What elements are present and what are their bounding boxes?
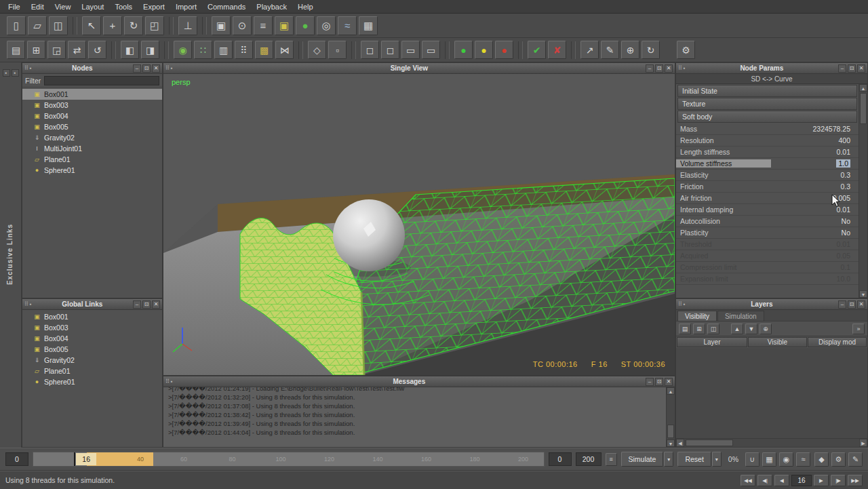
knife-tool-icon[interactable]: ✎ — [601, 41, 619, 59]
scroll-up-icon[interactable]: ▲ — [667, 387, 675, 395]
float-button[interactable]: ⊡ — [848, 64, 856, 73]
close-button[interactable]: ✕ — [857, 64, 865, 73]
tree-item-box003[interactable]: ▣Box003 — [22, 100, 162, 111]
open-scene-icon[interactable]: ▱ — [28, 16, 47, 35]
layer-duplicate-icon[interactable]: ◫ — [707, 324, 719, 334]
scrollbar-thumb[interactable] — [686, 439, 733, 446]
menu-item-help[interactable]: Help — [292, 1, 319, 12]
column-header-visible[interactable]: Visible — [748, 337, 807, 347]
layer-add-icon[interactable]: ⊞ — [693, 324, 705, 334]
param-value[interactable]: 1.0 — [771, 159, 859, 168]
close-button[interactable]: ✕ — [152, 300, 160, 309]
add-panel-icon[interactable]: ⊞ — [27, 41, 45, 59]
move-tool-icon[interactable]: + — [103, 16, 122, 35]
param-value[interactable]: 0.05 — [771, 252, 859, 260]
menu-item-tools[interactable]: Tools — [109, 1, 138, 12]
viewport-canvas[interactable]: persp TC 00:00:16 F 16 ST 00:00:36 — [163, 74, 675, 375]
tree-item-sphere01[interactable]: ●Sphere01 — [22, 165, 162, 176]
package-icon[interactable]: ▩ — [255, 41, 273, 59]
param-value[interactable]: 0.1 — [771, 263, 859, 271]
target-icon[interactable]: ◇ — [308, 41, 326, 59]
close-button[interactable]: ✕ — [665, 64, 673, 73]
reset-options-icon[interactable]: ▾ — [712, 452, 722, 467]
param-row-mass[interactable]: Mass2324578.25 — [676, 123, 859, 135]
dock-grip-icon[interactable]: ⠿ — [24, 301, 28, 307]
range-start-field[interactable]: 0 — [549, 452, 572, 466]
param-row-acquired[interactable]: Acquired0.05 — [676, 250, 859, 262]
messages-scrollbar[interactable]: ▲ ▼ — [666, 387, 675, 447]
param-row-volume-stiffness[interactable]: Volume stiffness1.0 — [676, 158, 859, 170]
tree-item-box005[interactable]: ▣Box005 — [22, 121, 162, 132]
network-icon[interactable]: ⊕ — [621, 41, 639, 59]
reset-button[interactable]: Reset — [677, 452, 711, 467]
dock-grip-icon[interactable]: ⠿ — [678, 65, 682, 71]
tree-item-gravity02[interactable]: ⇓Gravity02 — [22, 132, 162, 143]
preview-eye-icon[interactable]: ◉ — [779, 452, 793, 467]
dots-grid-icon[interactable]: ⠿ — [235, 41, 253, 59]
menu-item-export[interactable]: Export — [138, 1, 170, 12]
simulate-options-icon[interactable]: ▾ — [664, 452, 673, 467]
dock-handle-icon[interactable]: ▪ — [12, 69, 19, 77]
go-first-button[interactable]: ◀◀ — [741, 475, 755, 486]
graph-editor-icon[interactable]: ◉ — [174, 41, 192, 59]
menu-item-edit[interactable]: Edit — [26, 1, 50, 12]
wrench-icon[interactable]: ⚙ — [831, 452, 846, 467]
param-value-editbox[interactable]: 1.0 — [836, 159, 850, 168]
cube-right-icon[interactable]: ◨ — [141, 41, 159, 59]
param-value[interactable]: 0.005 — [771, 194, 859, 202]
minimize-button[interactable]: – — [838, 64, 846, 73]
hourglass-icon[interactable]: ⋈ — [275, 41, 294, 59]
layers-table-body[interactable] — [676, 348, 867, 438]
dock-tab-icon[interactable]: ▪ — [684, 65, 686, 71]
simulate-button[interactable]: Simulate — [621, 452, 664, 467]
dock-grip-icon[interactable]: ⠿ — [24, 65, 28, 71]
panel-title-bar[interactable]: ⠿▪Nodes–⊡✕ — [22, 63, 162, 74]
param-value[interactable]: 0.01 — [771, 148, 859, 156]
new-scene-icon[interactable]: ▯ — [7, 16, 26, 35]
cube-left-icon[interactable]: ◧ — [121, 41, 139, 59]
tree-item-box004[interactable]: ▣Box004 — [22, 333, 162, 344]
sim-pause-light-icon[interactable]: ● — [475, 41, 493, 59]
minimize-button[interactable]: – — [133, 300, 141, 309]
param-row-length-stiffness[interactable]: Length stiffness0.01 — [676, 146, 859, 158]
pencil-tool-icon[interactable]: ✎ — [848, 452, 863, 467]
timeline-start-field[interactable]: 0 — [5, 452, 28, 466]
param-row-elasticity[interactable]: Elasticity0.3 — [676, 170, 859, 181]
wire-cube4-icon[interactable]: ▭ — [422, 41, 440, 59]
dock-tab-icon[interactable]: ▪ — [30, 301, 32, 307]
rotate-tool-icon[interactable]: ↻ — [124, 16, 143, 35]
chain-links-icon[interactable]: ∷ — [194, 41, 212, 59]
edit-panel-icon[interactable]: ◲ — [47, 41, 66, 59]
param-row-expansion-limit[interactable]: Expansion limit10.0 — [676, 273, 859, 285]
menu-item-commands[interactable]: Commands — [202, 1, 251, 12]
bars-icon[interactable]: ▥ — [214, 41, 233, 59]
menu-item-import[interactable]: Import — [170, 1, 202, 12]
scroll-down-icon[interactable]: ▼ — [667, 439, 675, 447]
sync-icon[interactable]: ↻ — [642, 41, 660, 59]
param-row-compression-limit[interactable]: Compression limit0.1 — [676, 262, 859, 273]
layer-down-icon[interactable]: ▼ — [745, 324, 757, 334]
layers-scrollbar[interactable]: ◀ ▶ — [676, 438, 867, 447]
range-options-icon[interactable]: ≡ — [606, 453, 617, 466]
tab-simulation[interactable]: Simulation — [717, 311, 764, 321]
playhead[interactable] — [74, 452, 75, 466]
dock-tab-icon[interactable]: ▪ — [684, 301, 686, 307]
range-end-field[interactable]: 200 — [576, 452, 601, 466]
scroll-up-icon[interactable]: ▲ — [859, 84, 867, 92]
sim-ready-light-icon[interactable]: ● — [454, 41, 473, 59]
close-button[interactable]: ✕ — [665, 378, 673, 386]
camera-node-icon[interactable]: ◎ — [317, 16, 336, 35]
tree-item-gravity02[interactable]: ⇓Gravity02 — [22, 355, 162, 366]
reset-layout-icon[interactable]: ↺ — [88, 41, 106, 59]
save-scene-icon[interactable]: ◫ — [49, 16, 68, 35]
scale-tool-icon[interactable]: ◰ — [145, 16, 164, 35]
selection-box-icon[interactable]: ▫ — [328, 41, 347, 59]
float-button[interactable]: ⊡ — [655, 64, 663, 73]
float-button[interactable]: ⊡ — [848, 300, 856, 309]
param-value[interactable]: 10.0 — [771, 275, 859, 283]
save-state-error-icon[interactable]: ✘ — [548, 41, 566, 59]
mesh-build-icon[interactable]: ▦ — [762, 452, 776, 467]
tree-item-sphere01[interactable]: ●Sphere01 — [22, 376, 162, 387]
timeline-ruler[interactable]: 16406080100120140160180200 — [33, 452, 545, 467]
layer-up-icon[interactable]: ▲ — [731, 324, 743, 334]
